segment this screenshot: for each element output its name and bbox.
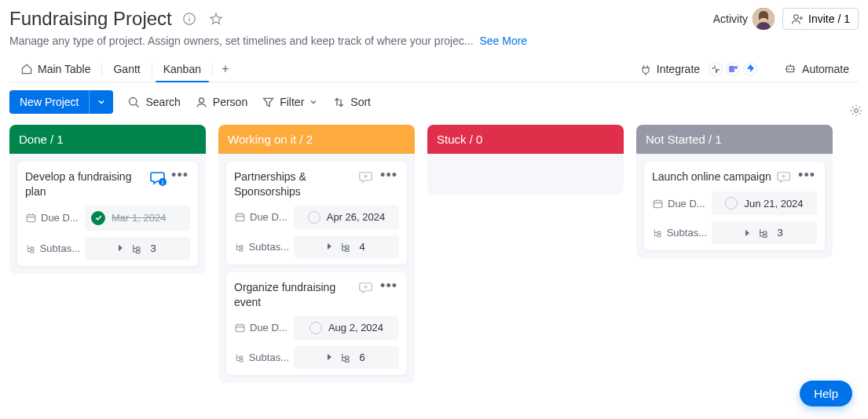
add-tab-button[interactable]: + xyxy=(213,62,238,76)
add-chat-icon[interactable] xyxy=(776,169,792,185)
subtasks-label: Subtas... xyxy=(234,241,289,253)
svg-rect-55 xyxy=(346,356,350,359)
invite-label: Invite / 1 xyxy=(808,13,850,25)
integration-apps xyxy=(708,61,758,77)
svg-rect-53 xyxy=(240,356,243,359)
card-title: Launch online campaign xyxy=(652,169,771,184)
kanban-column: Stuck / 0 xyxy=(427,125,624,383)
due-date-value: Aug 2, 2024 xyxy=(328,322,383,333)
tab-gantt[interactable]: Gantt xyxy=(102,56,151,82)
svg-point-25 xyxy=(199,97,203,102)
subtasks-label: Subtas... xyxy=(234,352,289,363)
new-project-button[interactable]: New Project xyxy=(9,90,89,114)
card-menu-button[interactable]: ••• xyxy=(379,169,399,180)
due-date-cell[interactable]: Mar 1, 2024 xyxy=(85,206,190,231)
due-date-value: Mar 1, 2024 xyxy=(112,212,166,224)
tab-main-table[interactable]: Main Table xyxy=(9,56,101,82)
info-icon[interactable] xyxy=(180,9,199,28)
column-header[interactable]: Not Started / 1 xyxy=(636,125,833,154)
invite-button[interactable]: Invite / 1 xyxy=(782,8,859,30)
svg-rect-43 xyxy=(240,246,243,248)
filter-button[interactable]: Filter xyxy=(262,96,318,109)
svg-rect-66 xyxy=(764,235,767,238)
kanban-column: Working on it / 2Partnerships & Sponsors… xyxy=(218,125,415,383)
subtasks-cell[interactable]: 3 xyxy=(85,237,190,260)
svg-rect-36 xyxy=(137,250,141,253)
card-title: Develop a fundraising plan xyxy=(25,169,145,199)
svg-point-26 xyxy=(855,109,859,113)
integrate-button[interactable]: Integrate xyxy=(639,61,758,77)
slack-icon xyxy=(708,61,723,77)
due-date-label: Due D... xyxy=(234,322,289,333)
kanban-card[interactable]: Develop a fundraising plan1•••Due D...Ma… xyxy=(17,162,198,266)
expand-icon xyxy=(119,245,123,251)
kanban-card[interactable]: Partnerships & Sponsorships•••Due D...Ap… xyxy=(226,162,407,264)
svg-rect-29 xyxy=(27,215,35,222)
activity-button[interactable]: Activity xyxy=(713,8,775,30)
svg-point-2 xyxy=(189,16,189,16)
column-header[interactable]: Done / 1 xyxy=(9,125,206,154)
help-button[interactable]: Help xyxy=(800,381,852,406)
automate-button[interactable]: Automate xyxy=(783,62,849,76)
search-button[interactable]: Search xyxy=(127,96,180,109)
subtasks-cell[interactable]: 6 xyxy=(294,346,399,369)
svg-rect-46 xyxy=(346,249,350,251)
subtasks-cell[interactable]: 4 xyxy=(294,235,399,258)
column-body: Partnerships & Sponsorships•••Due D...Ap… xyxy=(218,154,415,383)
add-chat-icon[interactable] xyxy=(358,169,374,185)
board-settings-icon[interactable] xyxy=(849,104,863,118)
card-title: Partnerships & Sponsorships xyxy=(234,169,353,199)
svg-rect-54 xyxy=(240,359,243,362)
expand-icon xyxy=(328,243,331,250)
check-icon xyxy=(91,211,105,225)
svg-rect-34 xyxy=(31,250,34,253)
column-header[interactable]: Stuck / 0 xyxy=(427,125,624,154)
column-header[interactable]: Working on it / 2 xyxy=(218,125,415,154)
due-date-label: Due D... xyxy=(25,212,80,224)
svg-rect-56 xyxy=(346,359,350,362)
kanban-column: Done / 1Develop a fundraising plan1•••Du… xyxy=(9,125,206,383)
card-menu-button[interactable]: ••• xyxy=(170,169,190,180)
svg-rect-65 xyxy=(764,231,767,234)
column-body: Develop a fundraising plan1•••Due D...Ma… xyxy=(9,154,206,274)
favorite-star-icon[interactable] xyxy=(207,9,225,28)
chat-icon[interactable]: 1 xyxy=(149,169,165,185)
due-date-cell[interactable]: Apr 26, 2024 xyxy=(294,206,399,229)
sort-button[interactable]: Sort xyxy=(332,96,371,109)
svg-marker-8 xyxy=(709,62,722,76)
svg-rect-44 xyxy=(240,249,243,251)
svg-point-23 xyxy=(130,97,137,104)
svg-rect-14 xyxy=(729,66,734,72)
card-menu-button[interactable]: ••• xyxy=(379,280,399,291)
kanban-card[interactable]: Organize fundraising event•••Due D...Aug… xyxy=(226,272,407,375)
avatar xyxy=(753,8,775,30)
subtasks-cell[interactable]: 3 xyxy=(712,221,817,244)
subtasks-label: Subtas... xyxy=(652,227,707,239)
subtasks-count: 3 xyxy=(777,227,782,239)
subtasks-count: 3 xyxy=(150,242,156,254)
svg-point-5 xyxy=(794,15,799,20)
svg-rect-10 xyxy=(712,67,716,69)
due-date-cell[interactable]: Jun 21, 2024 xyxy=(712,191,817,215)
card-menu-button[interactable]: ••• xyxy=(797,169,817,180)
svg-point-19 xyxy=(791,68,793,70)
card-title: Organize fundraising event xyxy=(234,280,353,310)
due-date-value: Jun 21, 2024 xyxy=(744,198,803,210)
add-chat-icon[interactable] xyxy=(358,280,374,296)
teams-icon xyxy=(725,61,741,77)
kanban-column: Not Started / 1Launch online campaign•••… xyxy=(636,125,833,383)
subtasks-label: Subtas... xyxy=(25,242,80,254)
kanban-card[interactable]: Launch online campaign•••Due D...Jun 21,… xyxy=(644,162,825,250)
tab-kanban[interactable]: Kanban xyxy=(152,56,212,82)
svg-rect-35 xyxy=(137,247,141,250)
person-filter-button[interactable]: Person xyxy=(195,96,247,109)
svg-point-18 xyxy=(788,68,789,70)
due-date-cell[interactable]: Aug 2, 2024 xyxy=(294,316,399,340)
see-more-link[interactable]: See More xyxy=(479,35,527,47)
jira-icon xyxy=(742,61,758,77)
new-project-dropdown[interactable] xyxy=(89,90,113,114)
svg-rect-49 xyxy=(236,325,244,332)
expand-icon xyxy=(745,230,749,236)
svg-rect-59 xyxy=(654,200,662,207)
due-date-label: Due D... xyxy=(234,211,289,223)
